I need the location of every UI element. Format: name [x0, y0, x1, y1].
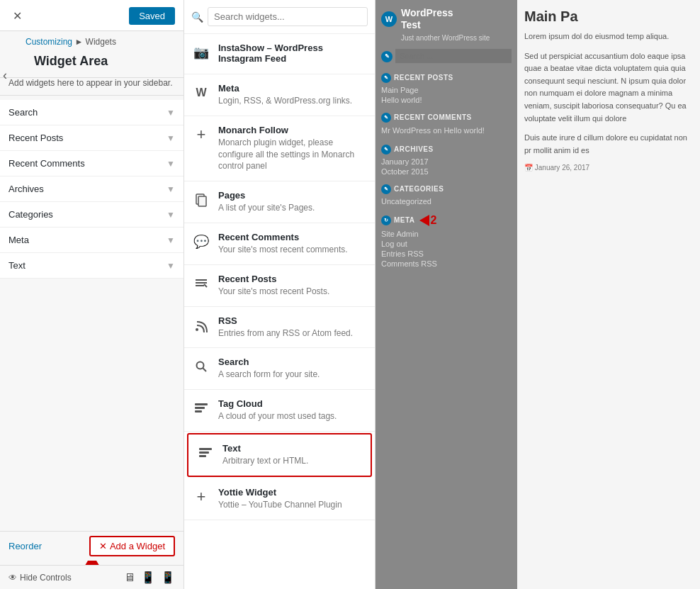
widget-title: Tag Cloud: [218, 398, 368, 409]
widget-item-meta[interactable]: Meta ▼: [0, 228, 184, 253]
text-widget-icon: [196, 443, 215, 463]
widget-desc: Login, RSS, & WordPress.org links.: [218, 95, 368, 107]
widget-desc: Your site's most recent Posts.: [218, 286, 368, 298]
svg-rect-9: [195, 403, 208, 405]
hide-controls-button[interactable]: 👁 Hide Controls: [9, 573, 72, 583]
widget-rss[interactable]: RSS Entries from any RSS or Atom feed.: [184, 307, 375, 349]
preview-meta-entries-rss[interactable]: Entries RSS: [381, 249, 512, 258]
preview-recent-comments: ✎ RECENT COMMENTS Mr WordPress on Hello …: [381, 113, 512, 136]
widget-content: Yottie Widget Yottie – YouTube Channel P…: [218, 487, 368, 511]
widget-desc: A cloud of your most used tags.: [218, 410, 368, 422]
widget-item-recent-comments[interactable]: Recent Comments ▼: [0, 151, 184, 176]
widget-search[interactable]: Search A search form for your site.: [184, 348, 375, 390]
preview-panel: W WordPressTest Just another WordPress s…: [376, 0, 700, 589]
widget-content: Meta Login, RSS, & WordPress.org links.: [218, 83, 368, 107]
preview-archive-oct[interactable]: October 2015: [381, 167, 512, 176]
widget-recent-comments[interactable]: 💬 Recent Comments Your site's most recen…: [184, 223, 375, 265]
preview-recent-posts: ✎ RECENT POSTS Main Page Hello world!: [381, 73, 512, 104]
preview-archive-jan[interactable]: January 2017: [381, 157, 512, 166]
widget-desc: Entries from any RSS or Atom feed.: [218, 327, 368, 340]
annotation-label-2: 2: [431, 214, 437, 227]
preview-meta-comments-rss[interactable]: Comments RSS: [381, 259, 512, 268]
breadcrumb-parent[interactable]: Customizing: [26, 37, 72, 47]
reorder-button[interactable]: Reorder: [9, 541, 42, 551]
widget-content: Text Arbitrary text or HTML.: [222, 443, 363, 467]
add-widget-button[interactable]: ✕ Add a Widget: [89, 536, 175, 556]
svg-rect-1: [198, 196, 206, 206]
widget-monarch-follow[interactable]: + Monarch Follow Monarch plugin widget, …: [184, 116, 375, 181]
hide-controls-label: Hide Controls: [20, 573, 72, 583]
search-icon: 🔍: [191, 11, 203, 23]
widget-search-input[interactable]: [208, 7, 368, 26]
recent-comments-icon: ✎: [381, 113, 391, 123]
wordpress-logo: W: [381, 11, 397, 27]
widget-yottie[interactable]: + Yottie Widget Yottie – YouTube Channel…: [184, 478, 375, 520]
eye-icon: 👁: [9, 573, 17, 583]
widget-content: Tag Cloud A cloud of your most used tags…: [218, 398, 368, 422]
bottom-bar: 👁 Hide Controls 🖥 📱 📱: [0, 565, 184, 589]
device-icons: 🖥 📱 📱: [124, 571, 175, 584]
svg-rect-14: [199, 455, 206, 457]
arrow-annotation-2: 2: [419, 214, 437, 227]
search-icon: [191, 357, 211, 376]
close-button[interactable]: ✕: [9, 8, 26, 25]
widget-item-label: Archives: [9, 184, 44, 194]
preview-category-uncategorized[interactable]: Uncategorized: [381, 197, 512, 206]
preview-recent-comments-title: ✎ RECENT COMMENTS: [381, 113, 512, 123]
widget-content: RSS Entries from any RSS or Atom feed.: [218, 315, 368, 340]
widget-item-archives[interactable]: Archives ▼: [0, 176, 184, 202]
preview-main-content: Main Pa Lorem ipsum dol do eiusmod temp …: [517, 0, 700, 589]
preview-search-widget: ✎: [381, 49, 512, 64]
widget-title: Pages: [218, 190, 368, 201]
widget-instashow[interactable]: 📷 InstaShow – WordPress Instagram Feed: [184, 34, 375, 74]
widget-title: Search: [218, 357, 368, 367]
widget-pages[interactable]: Pages A list of your site's Pages.: [184, 181, 375, 223]
preview-categories: ✎ CATEGORIES Uncategorized: [381, 184, 512, 206]
svg-rect-13: [199, 451, 209, 454]
breadcrumb: Customizing ► Widgets: [26, 37, 175, 47]
preview-meta-log-out[interactable]: Log out: [381, 240, 512, 248]
preview-search-input[interactable]: [395, 49, 512, 63]
rss-icon: [191, 315, 211, 335]
desktop-icon-button[interactable]: 🖥: [124, 571, 135, 584]
chevron-down-icon: ▼: [166, 159, 175, 169]
widget-item-text[interactable]: Text ▼: [0, 253, 184, 279]
preview-date-text: January 26, 2017: [535, 164, 589, 172]
widget-area-title: Widget Area: [26, 50, 175, 72]
preview-main-title: Main Pa: [524, 9, 693, 25]
widget-item-search[interactable]: Search ▼: [0, 100, 184, 125]
preview-main-text-2: Sed ut perspiciat accusantium dolo eaque…: [524, 50, 693, 125]
widget-item-recent-posts[interactable]: Recent Posts ▼: [0, 125, 184, 151]
widget-tag-cloud[interactable]: Tag Cloud A cloud of your most used tags…: [184, 390, 375, 432]
preview-post-hello[interactable]: Hello world!: [381, 96, 512, 104]
chevron-down-icon: ▼: [166, 235, 175, 245]
widget-desc: Your site's most recent comments.: [218, 244, 368, 256]
preview-meta-title: ↻ META: [381, 215, 415, 225]
widget-item-label: Recent Posts: [9, 133, 63, 143]
chevron-down-icon: ▼: [166, 184, 175, 194]
widget-meta[interactable]: W Meta Login, RSS, & WordPress.org links…: [184, 74, 375, 116]
add-widget-label: Add a Widget: [110, 541, 165, 551]
widget-content: Recent Posts Your site's most recent Pos…: [218, 274, 368, 298]
mobile-icon-button[interactable]: 📱: [161, 571, 175, 584]
widget-recent-posts[interactable]: Recent Posts Your site's most recent Pos…: [184, 265, 375, 307]
widget-title: Text: [222, 443, 363, 454]
tablet-icon-button[interactable]: 📱: [141, 571, 155, 584]
saved-button[interactable]: Saved: [129, 7, 175, 25]
preview-sidebar: W WordPressTest Just another WordPress s…: [376, 0, 517, 589]
preview-archives: ✎ ARCHIVES January 2017 October 2015: [381, 145, 512, 176]
calendar-icon: 📅: [524, 164, 533, 172]
preview-categories-title: ✎ CATEGORIES: [381, 184, 512, 194]
widget-text[interactable]: Text Arbitrary text or HTML.: [187, 433, 372, 477]
widget-desc: Yottie – YouTube Channel Plugin: [218, 499, 368, 511]
preview-main-text-3: Duis aute irure d cillum dolore eu cupid…: [524, 132, 693, 157]
preview-post-main[interactable]: Main Page: [381, 86, 512, 94]
preview-meta-site-admin[interactable]: Site Admin: [381, 230, 512, 238]
svg-line-8: [203, 369, 207, 372]
available-widgets-panel: 🔍 📷 InstaShow – WordPress Instagram Feed…: [184, 0, 376, 589]
widget-title: Recent Comments: [218, 232, 368, 242]
preview-title-text: WordPressTest: [401, 7, 453, 31]
widget-item-label: Meta: [9, 235, 29, 245]
widget-item-categories[interactable]: Categories ▼: [0, 202, 184, 228]
back-button[interactable]: ‹: [3, 68, 7, 83]
